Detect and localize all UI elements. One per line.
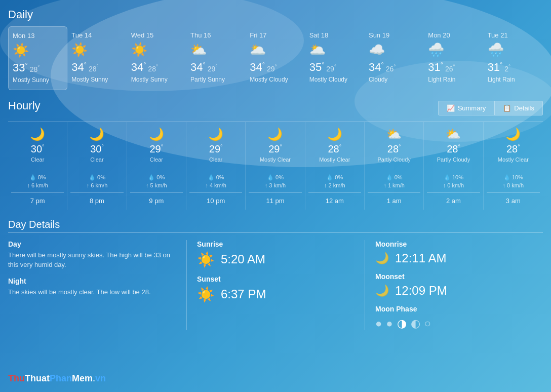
hourly-temp-2: 29° (130, 143, 183, 155)
hourly-icon-7: ⛅ (427, 127, 480, 141)
daily-icon-6: ☁️ (369, 42, 420, 58)
daily-card-0[interactable]: Mon 13 ☀️ 33° 28° Mostly Sunny (8, 26, 67, 90)
summary-label: Summary (458, 104, 486, 112)
moonrise-time: 12:11 AM (395, 251, 446, 265)
hourly-desc-3: Clear (189, 156, 242, 170)
hourly-time-3: 10 pm (189, 192, 242, 205)
daily-temps-7: 31° 26° (428, 61, 479, 74)
moon-phase-2: ◑ (397, 317, 407, 330)
day-text: There will be mostly sunny skies. The hi… (8, 250, 181, 270)
daily-day-8: Tue 21 (488, 31, 539, 39)
daily-low-6: 26° (386, 64, 396, 73)
daily-temps-2: 34° 28° (131, 61, 182, 74)
hourly-rain-6: 💧 0% (368, 174, 420, 181)
sunset-row: ☀️ 6:37 PM (197, 286, 360, 303)
table-icon: 📋 (503, 104, 511, 112)
sunset-icon: ☀️ (197, 286, 215, 303)
rain-drop-icon-6: 💧 (386, 174, 393, 181)
daily-card-2[interactable]: Wed 15 ☀️ 34° 28° Mostly Sunny (127, 26, 186, 90)
hourly-temp-1: 30° (70, 143, 123, 155)
hourly-card-1[interactable]: 🌙 30° Clear 💧 0% ↑ 6 km/h 8 pm (67, 122, 127, 210)
hourly-card-2[interactable]: 🌙 29° Clear 💧 0% ↑ 5 km/h 9 pm (127, 122, 186, 210)
hourly-rain-5: 💧 0% (308, 174, 361, 181)
hourly-card-0[interactable]: 🌙 30° Clear 💧 0% ↑ 6 km/h 7 pm (8, 122, 67, 210)
hourly-wind-8: ↑ 0 km/h (487, 182, 540, 188)
moon-col: Moonrise 🌙 12:11 AM Moonset 🌙 12:09 PM M… (365, 240, 543, 330)
hourly-time-8: 3 am (487, 192, 540, 205)
hourly-cards: 🌙 30° Clear 💧 0% ↑ 6 km/h 7 pm 🌙 30° Cle… (8, 122, 543, 210)
daily-card-3[interactable]: Thu 16 ⛅ 34° 29° Partly Sunny (186, 26, 246, 90)
moon-phase-label: Moon Phase (375, 305, 538, 313)
wind-arrow-icon-3: ↑ (205, 182, 208, 188)
rain-drop-icon-3: 💧 (208, 174, 215, 181)
sunset-label: Sunset (197, 275, 360, 283)
hourly-icon-8: 🌙 (487, 127, 540, 141)
daily-temps-6: 34° 26° (369, 61, 420, 74)
moonrise-icon: 🌙 (375, 252, 389, 265)
hourly-card-4[interactable]: 🌙 29° Mostly Clear 💧 0% ↑ 3 km/h 11 pm (246, 122, 305, 210)
hourly-wind-6: ↑ 1 km/h (368, 182, 420, 188)
daily-card-8[interactable]: Tue 21 🌧️ 31° 2° Light Rain (484, 26, 543, 90)
summary-button[interactable]: 📈 Summary (438, 101, 495, 115)
daily-low-4: 29° (267, 64, 277, 73)
daily-low-1: 28° (89, 64, 99, 73)
hourly-temp-5: 28° (308, 143, 361, 155)
hourly-card-5[interactable]: 🌙 28° Mostly Clear 💧 0% ↑ 2 km/h 12 am (305, 122, 365, 210)
daily-card-1[interactable]: Tue 14 ☀️ 34° 28° Mostly Sunny (67, 26, 127, 90)
hourly-time-2: 9 pm (130, 192, 183, 205)
hourly-rain-8: 💧 10% (487, 174, 540, 181)
hourly-card-7[interactable]: ⛅ 28° Partly Cloudy 💧 10% ↑ 0 km/h 2 am (424, 122, 483, 210)
day-details-title: Day Details (8, 219, 543, 230)
rain-drop-icon-0: 💧 (29, 174, 36, 181)
daily-card-4[interactable]: Fri 17 🌥️ 34° 29° Mostly Cloudy (246, 26, 305, 90)
daily-high-7: 31° (428, 61, 443, 74)
hourly-rain-2: 💧 0% (130, 174, 183, 181)
day-details-section: Day Details Day There will be mostly sun… (8, 219, 543, 330)
daily-high-1: 34° (71, 61, 87, 74)
daily-temps-4: 34° 29° (250, 61, 301, 74)
hourly-card-3[interactable]: 🌙 29° Clear 💧 0% ↑ 4 km/h 10 pm (186, 122, 246, 210)
daily-icon-5: 🌥️ (309, 42, 361, 58)
daily-high-5: 35° (309, 61, 325, 74)
wind-arrow-icon-8: ↑ (503, 182, 506, 188)
wind-arrow-icon-0: ↑ (27, 182, 30, 188)
daily-card-7[interactable]: Mon 20 🌧️ 31° 26° Light Rain (424, 26, 483, 90)
wind-arrow-icon-1: ↑ (87, 182, 90, 188)
watermark-vn: vn (95, 373, 106, 383)
hourly-temp-7: 28° (427, 143, 480, 155)
hourly-card-8[interactable]: 🌙 28° Mostly Clear 💧 10% ↑ 0 km/h 3 am (484, 122, 543, 210)
daily-low-3: 29° (208, 64, 218, 73)
hourly-time-7: 2 am (427, 192, 480, 205)
daily-day-5: Sat 18 (309, 31, 361, 39)
moon-phases: ●●◑◐○ (375, 317, 538, 330)
details-button[interactable]: 📋 Details (494, 101, 543, 115)
daily-card-6[interactable]: Sun 19 ☁️ 34° 26° Cloudy (365, 26, 424, 90)
hourly-title: Hourly (8, 99, 41, 112)
daily-high-2: 34° (131, 61, 146, 74)
moonrise-label: Moonrise (375, 240, 538, 248)
hourly-desc-5: Mostly Clear (308, 156, 361, 170)
sunrise-time: 5:20 AM (221, 252, 265, 266)
hourly-time-0: 7 pm (11, 192, 64, 205)
watermark-thu: Thu (8, 373, 25, 383)
daily-low-2: 28° (148, 64, 158, 73)
hourly-wind-4: ↑ 3 km/h (249, 182, 301, 188)
hourly-card-6[interactable]: ⛅ 28° Partly Cloudy 💧 0% ↑ 1 km/h 1 am (365, 122, 424, 210)
daily-desc-0: Mostly Sunny (13, 76, 63, 85)
wind-arrow-icon-6: ↑ (383, 182, 386, 188)
hourly-desc-2: Clear (130, 156, 183, 170)
daily-desc-6: Cloudy (369, 76, 420, 84)
hourly-icon-5: 🌙 (308, 127, 361, 141)
hourly-icon-6: ⛅ (368, 127, 420, 141)
daily-temps-3: 34° 29° (190, 61, 242, 74)
daily-card-5[interactable]: Sat 18 🌥️ 35° 29° Mostly Cloudy (305, 26, 365, 90)
wind-arrow-icon-2: ↑ (146, 182, 149, 188)
watermark-thuat: Thuat (25, 373, 50, 383)
watermark-phan: Phan (50, 373, 72, 383)
hourly-wind-2: ↑ 5 km/h (130, 182, 183, 188)
rain-drop-icon-4: 💧 (267, 174, 274, 181)
hourly-wind-3: ↑ 4 km/h (189, 182, 242, 188)
daily-desc-8: Light Rain (488, 76, 539, 84)
moonset-row: 🌙 12:09 PM (375, 284, 538, 298)
daily-temps-0: 33° 28° (13, 61, 63, 74)
